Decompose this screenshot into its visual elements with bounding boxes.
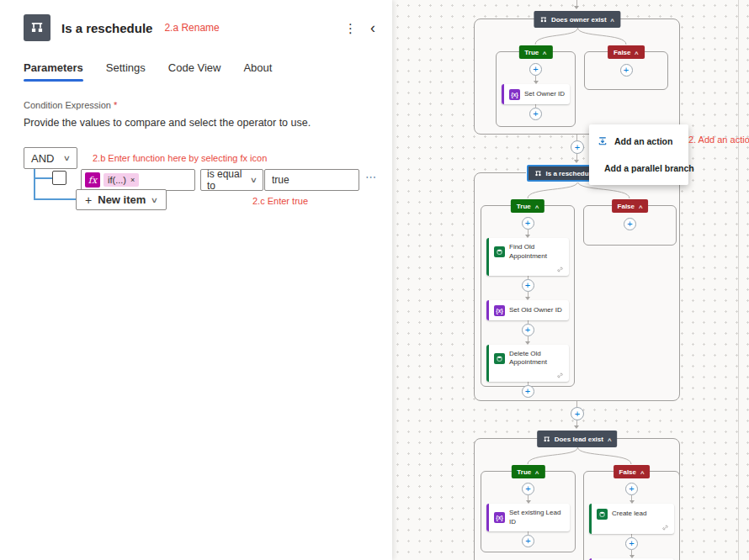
chevron-up-icon: ∧ [638,203,644,209]
more-options-icon[interactable]: ⋮ [344,22,357,34]
connector-line [576,0,577,6]
value-input[interactable] [264,169,359,191]
action-card[interactable]: Create lead [589,504,674,534]
condition-builder: AND ∨ 2.b Enter function here by selecti… [24,147,372,256]
chevron-up-icon: ∧ [640,469,645,475]
connector [525,230,530,238]
true-branch-label[interactable]: True ∧ [511,465,544,478]
chevron-up-icon: ∧ [607,436,613,442]
chevron-up-icon: ∧ [534,469,540,475]
connector-line [576,154,577,160]
false-branch: False ∧ + Create lead [583,471,680,560]
flow-canvas[interactable]: Does owner exist ∧ True ∧ + [392,0,749,560]
link-icon [556,372,564,379]
connector [629,495,635,504]
operator-dropdown[interactable]: is equal to ∨ [200,169,263,191]
condition-scope: Is a reschedule ∧ True ∧ + [474,172,680,401]
false-branch-label[interactable]: False ∧ [608,45,645,59]
insert-action-button[interactable]: + [522,535,534,547]
expression-token[interactable]: if(...) × [104,173,139,187]
variable-icon: {x} [494,305,505,316]
connector [534,76,539,84]
action-card[interactable]: Find Old Appointment [486,238,569,276]
insert-action-button[interactable]: + [522,217,534,230]
chevron-up-icon: ∧ [634,50,640,55]
insert-step-button[interactable]: + [571,140,584,154]
dataverse-icon [494,353,505,364]
action-card[interactable]: {x} Set Owner ID [502,84,570,104]
insert-action-button[interactable]: + [522,483,534,495]
card-accent [486,345,489,383]
insert-action-button[interactable]: + [620,64,633,77]
annotation-true: 2.c Enter true [252,196,308,206]
insert-action-button[interactable]: + [522,385,534,398]
chevron-up-icon: ∧ [610,17,616,23]
false-branch-label[interactable]: False ∧ [612,199,649,213]
required-mark: * [114,100,117,110]
action-card[interactable]: {x} Set existing Lead ID [486,504,570,531]
tab-about[interactable]: About [243,61,272,82]
condition-icon [24,14,50,41]
menu-item-add-action[interactable]: Add an action [589,128,688,155]
tab-code-view[interactable]: Code View [168,61,221,82]
branch-connector [475,28,681,45]
condition-icon [534,170,542,177]
condition-node[interactable]: Does owner exist ∧ [534,11,620,28]
expression-field[interactable]: fx if(...) × [81,169,195,191]
row-menu-icon[interactable]: ⋯ [365,171,377,183]
dataverse-icon [494,246,505,257]
true-branch: True ∧ + Find Old Appointment [481,205,575,387]
branch-connector [475,447,681,464]
connector-line [34,177,52,179]
add-action-icon [598,136,608,146]
menu-item-add-parallel-branch[interactable]: Add a parallel branch [589,155,688,182]
connector [629,550,635,558]
action-card[interactable]: Delete Old Appointment [486,345,569,383]
insert-step-button[interactable]: + [571,407,584,420]
insert-action-button[interactable]: + [522,324,534,336]
insert-action-button[interactable]: + [529,63,542,76]
condition-help-text: Provide the values to compare and select… [24,117,372,129]
power-automate-designer: Is a reschedule 2.a Rename ⋮ ‹ Parameter… [0,0,749,560]
connector [525,336,530,345]
condition-node[interactable]: Does lead exist ∧ [537,431,618,447]
chevron-up-icon: ∧ [534,203,540,209]
connector-line [576,135,577,140]
chevron-down-icon: ∨ [250,176,258,184]
true-branch: True ∧ + {x} Set existing Lead ID + [481,471,576,552]
insert-action-button[interactable]: + [625,537,638,550]
canvas-edge-divider [738,0,739,560]
insert-action-button[interactable]: + [625,483,638,495]
true-branch: True ∧ + {x} Set Owner ID + [496,51,576,127]
action-card[interactable]: {x} Set Old Owner ID [486,300,569,320]
insert-action-button[interactable]: + [624,218,636,230]
remove-icon[interactable]: × [130,176,135,184]
connector-line [34,198,76,200]
fx-icon[interactable]: fx [85,172,100,188]
chevron-down-icon: ∨ [63,154,71,162]
collapse-panel-icon[interactable]: ‹ [370,20,375,35]
row-checkbox[interactable] [52,171,66,185]
true-branch-label[interactable]: True ∧ [518,45,552,59]
condition-editor-panel: Is a reschedule 2.a Rename ⋮ ‹ Parameter… [0,0,392,560]
false-branch: False ∧ + [584,51,668,90]
card-accent [486,238,489,276]
tab-bar: Parameters Settings Code View About [0,61,392,82]
condition-expression-label: Condition Expression * [24,100,372,110]
false-branch-label[interactable]: False ∧ [614,465,651,478]
group-operator-dropdown[interactable]: AND ∨ [24,147,77,169]
link-icon [661,524,669,531]
link-icon [556,266,564,273]
insert-action-button[interactable]: + [529,108,542,120]
connector [525,292,530,300]
card-accent [589,504,592,534]
true-branch-label[interactable]: True ∧ [511,199,544,213]
tab-settings[interactable]: Settings [106,61,146,82]
connector-arrow [574,425,579,429]
plus-icon: + [85,193,92,207]
insert-action-button[interactable]: + [522,279,534,292]
page-title: Is a reschedule [61,21,152,35]
annotation-fx: 2.b Enter function here by selecting fx … [93,153,267,163]
new-item-button[interactable]: + New item ∨ [76,189,167,210]
tab-parameters[interactable]: Parameters [24,61,83,82]
